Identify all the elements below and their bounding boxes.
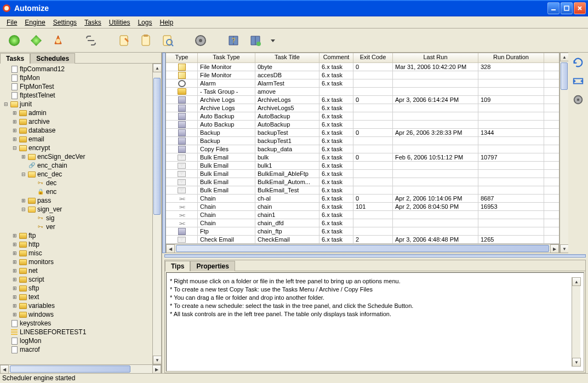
scroll-down-icon[interactable]: ▼ (560, 244, 569, 253)
expand-icon[interactable]: ⊞ (21, 198, 26, 203)
table-row[interactable]: Bulk EmailBulkEmail_Autom...6.x task (166, 178, 559, 186)
tree-item[interactable]: ⊞email (12, 135, 150, 144)
table-row[interactable]: BackupbackupTest6.x task0Apr 26, 2006 3:… (166, 129, 559, 137)
tree-item[interactable]: ver (30, 222, 150, 231)
scroll-left-icon[interactable]: ◀ (0, 365, 9, 374)
table-row[interactable]: Chainchain6.x task101Apr 2, 2006 8:04:50… (166, 203, 559, 211)
tree-item[interactable]: ⊟encrypt (12, 144, 150, 152)
tree-item[interactable]: ⊞text (12, 293, 150, 301)
tree-item[interactable]: enc_chain (21, 161, 150, 170)
expand-icon[interactable]: ⊞ (12, 128, 18, 133)
tree-item[interactable]: ⊞database (12, 126, 150, 135)
scroll-down-icon[interactable]: ▼ (572, 358, 581, 367)
tree-item[interactable]: ⊞admin (12, 108, 150, 117)
tree-item[interactable]: ⊞misc (12, 249, 150, 258)
tree-item[interactable]: ⊟sign_ver (21, 205, 150, 214)
table-row[interactable]: Chainchain16.x task (166, 211, 559, 219)
collapse-icon[interactable]: ⊟ (3, 101, 9, 107)
tree-item[interactable]: ⊞net (12, 266, 150, 275)
tree-item[interactable]: ⊞ftp (12, 231, 150, 240)
tab-tips[interactable]: Tips (165, 261, 190, 271)
tab-schedules[interactable]: Schedules (30, 53, 75, 64)
tree-item[interactable]: ftpCommand12 (3, 65, 150, 73)
tree-item[interactable]: ftpMon (3, 73, 150, 82)
tree-item[interactable]: ⊞pass (21, 196, 150, 205)
menu-file[interactable]: File (3, 18, 20, 27)
tree-scrollbar-v[interactable]: ▲ ▼ (152, 64, 161, 364)
task-tree[interactable]: ftpCommand12ftpMonFtpMonTestftptestTelne… (0, 64, 152, 364)
table-row[interactable]: Check EmailCheckEmail6.x task2Apr 3, 200… (166, 236, 559, 244)
expand-icon[interactable]: ⊞ (12, 312, 18, 317)
tree-item[interactable]: ⊞encSign_decVer (21, 152, 150, 161)
table-row[interactable]: Copy Filesbackup_data6.x task (166, 145, 559, 153)
th-title[interactable]: Task Title (255, 53, 319, 62)
table-row[interactable]: Bulk EmailBulkEmail_Test6.x task (166, 186, 559, 195)
close-button[interactable] (574, 2, 586, 14)
tree-item[interactable]: enc (30, 187, 150, 196)
expand-icon[interactable]: ⊞ (12, 285, 18, 291)
th-type[interactable]: Type (166, 53, 198, 62)
expand-icon[interactable]: ⊞ (12, 242, 18, 247)
tree-item[interactable]: FtpMonTest (3, 82, 150, 91)
toolbar-dropdown-icon[interactable] (269, 32, 277, 49)
maximize-button[interactable] (561, 2, 573, 14)
refresh-icon[interactable] (572, 56, 585, 69)
tree-item[interactable]: ⊞archive (12, 117, 150, 126)
tree-item[interactable]: dec (30, 179, 150, 187)
menu-tasks[interactable]: Tasks (81, 18, 105, 27)
tree-item[interactable]: ⊞variables (12, 301, 150, 310)
table-row[interactable]: Chainchain_dfd6.x task (166, 219, 559, 227)
table-row[interactable]: Ftpchain_ftp6.x task (166, 227, 559, 236)
tree-item[interactable]: ⊞http (12, 240, 150, 249)
tree-item[interactable]: sig (30, 214, 150, 222)
table-row[interactable]: Bulk EmailBulkEmail_AbleFtp6.x task (166, 170, 559, 178)
table-row[interactable]: - Task Group -amove (166, 88, 559, 96)
th-comment[interactable]: Comment (319, 53, 353, 62)
tree-item[interactable]: ⊟junit (3, 100, 150, 108)
tree-item[interactable]: ⊞windows (12, 310, 150, 319)
toolbar-help-book2-icon[interactable] (247, 32, 264, 49)
th-lastrun[interactable]: Last Run (393, 53, 478, 62)
expand-icon[interactable]: ⊞ (21, 154, 26, 159)
table-row[interactable]: Chainch-al6.x task0Apr 2, 2006 10:14:06 … (166, 195, 559, 203)
collapse-icon[interactable]: ⊟ (21, 207, 26, 212)
expand-icon[interactable]: ⊞ (12, 110, 18, 116)
toolbar-clipboard-icon[interactable] (137, 32, 155, 49)
toolbar-run-icon[interactable] (5, 32, 23, 49)
table-row[interactable]: File MonitoraccesDB6.x task (166, 71, 559, 79)
table-row[interactable]: Archive LogsArchiveLogs6.x task0Apr 3, 2… (166, 96, 559, 104)
scroll-right-icon[interactable]: ▶ (550, 244, 559, 253)
table-row[interactable]: Archive LogsArchiveLogs56.x task (166, 104, 559, 112)
expand-icon[interactable]: ⊞ (12, 277, 18, 282)
menu-engine[interactable]: Engine (21, 18, 48, 27)
expand-icon[interactable]: ⊞ (12, 259, 18, 265)
table-row[interactable]: AlarmAlarmTest6.x task (166, 79, 559, 88)
tree-item[interactable]: ⊞monitors (12, 258, 150, 266)
tree-item[interactable]: ftptestTelnet (3, 91, 150, 100)
tree-item[interactable]: keystrokes (3, 319, 150, 328)
toolbar-search-icon[interactable] (159, 32, 176, 49)
tab-tasks[interactable]: Tasks (0, 53, 30, 64)
menu-settings[interactable]: Settings (50, 18, 80, 27)
scroll-up-icon[interactable]: ▲ (153, 64, 161, 72)
tree-item[interactable]: logMon (3, 336, 150, 345)
splitter-handle-h[interactable] (164, 254, 586, 258)
toolbar-alarm-icon[interactable] (49, 32, 67, 49)
table-row[interactable]: Bulk Emailbulk16.x task (166, 162, 559, 170)
tab-properties[interactable]: Properties (190, 261, 235, 271)
tips-scrollbar-v[interactable]: ▲ ▼ (572, 277, 580, 367)
minimize-button[interactable] (547, 2, 560, 14)
expand-icon[interactable]: ⊞ (12, 303, 18, 308)
tree-item[interactable]: macrof (3, 345, 150, 354)
th-tasktype[interactable]: Task Type (198, 53, 255, 62)
table-scrollbar-h[interactable]: ◀ ▶ (166, 244, 559, 253)
tree-scrollbar-h[interactable]: ◀ ▶ (0, 364, 161, 373)
toolbar-gear-icon[interactable] (192, 32, 209, 49)
table-scrollbar-v[interactable]: ▲ ▼ (560, 53, 568, 253)
settings-gear-icon[interactable] (572, 93, 585, 106)
expand-icon[interactable]: ⊞ (12, 233, 18, 238)
tree-item[interactable]: ⊟enc_dec (21, 170, 150, 179)
th-duration[interactable]: Run Duration (478, 53, 544, 62)
tree-item[interactable]: ⊞script (12, 275, 150, 284)
expand-icon[interactable]: ⊞ (12, 268, 18, 273)
